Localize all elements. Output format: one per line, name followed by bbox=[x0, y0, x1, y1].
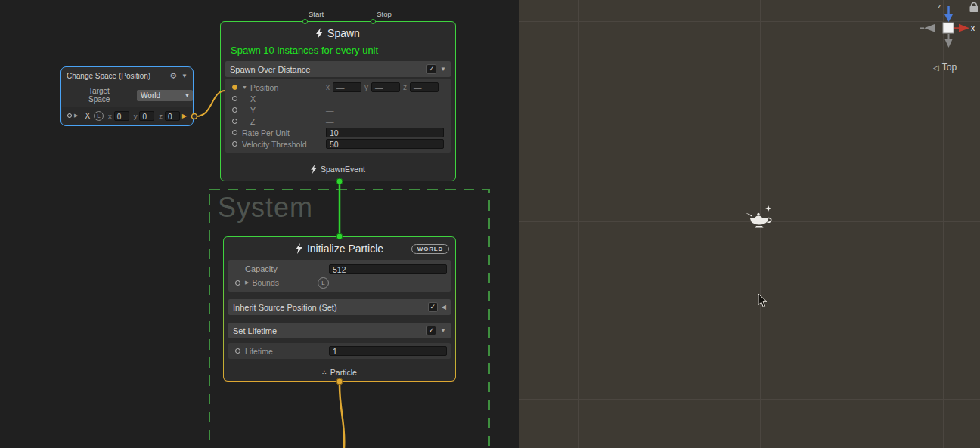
gizmo-view-label[interactable]: ◁ Top bbox=[933, 62, 957, 73]
y-row: Y — bbox=[225, 104, 451, 116]
lifetime-row: Lifetime 1 bbox=[228, 345, 451, 357]
y-value-field[interactable]: 0 bbox=[139, 111, 154, 121]
spawn-node-title: Spawn bbox=[327, 27, 360, 39]
grid-line bbox=[578, 0, 579, 448]
block-enabled-checkbox[interactable]: ✓ bbox=[426, 64, 436, 74]
x-row: X — bbox=[225, 93, 451, 104]
spawn-node-header: Spawn bbox=[221, 22, 455, 45]
x-value-field[interactable]: 0 bbox=[114, 111, 129, 121]
gizmo-negx-cone[interactable] bbox=[924, 24, 935, 32]
x-value: — bbox=[326, 94, 334, 104]
local-space-icon[interactable]: L bbox=[94, 111, 104, 121]
axis-z-label: z bbox=[403, 83, 407, 91]
foldout-collapsed-icon[interactable]: ▶ bbox=[74, 113, 78, 119]
z-input-port[interactable] bbox=[232, 119, 237, 124]
vfx-graph-window: System Start Stop Spawn Spawn 10 instanc… bbox=[0, 0, 980, 448]
flow-input-start-label: Start bbox=[309, 10, 324, 18]
block-enabled-checkbox[interactable]: ✓ bbox=[426, 326, 436, 335]
particle-output-label: Particle bbox=[330, 368, 357, 377]
gizmo-x-cone[interactable] bbox=[959, 24, 969, 32]
scene-view[interactable]: z x ◁ Top bbox=[519, 0, 980, 448]
block-label: Inherit Source Position (Set) bbox=[233, 303, 337, 312]
change-space-node[interactable]: Change Space (Position) ⚙ ▼ Target Space… bbox=[60, 66, 194, 126]
x-input-port[interactable] bbox=[67, 113, 72, 118]
rate-per-unit-label: Rate Per Unit bbox=[242, 128, 290, 137]
lightning-icon bbox=[296, 243, 302, 254]
lightning-icon bbox=[316, 28, 323, 39]
y-input-port[interactable] bbox=[232, 107, 237, 113]
lifetime-field[interactable]: 1 bbox=[329, 346, 447, 356]
gear-icon[interactable]: ⚙ bbox=[169, 71, 177, 81]
init-settings: Capacity 512 ▶ Bounds L bbox=[228, 260, 451, 292]
axis-x-label: x bbox=[326, 83, 330, 91]
target-space-value: World bbox=[141, 91, 160, 100]
output-arrow-icon: ▶ bbox=[182, 113, 187, 119]
capacity-field[interactable]: 512 bbox=[329, 264, 447, 274]
lifetime-label: Lifetime bbox=[245, 347, 273, 356]
particle-output[interactable]: ∴ Particle bbox=[224, 368, 455, 377]
edge-particle[interactable] bbox=[340, 385, 344, 448]
block-spawn-over-distance[interactable]: Spawn Over Distance ✓ ▼ bbox=[225, 61, 451, 77]
chevron-left-icon[interactable]: ◀ bbox=[442, 304, 446, 311]
flow-input-stop-port[interactable] bbox=[371, 19, 376, 24]
spawn-context-node[interactable]: Start Stop Spawn Spawn 10 instances for … bbox=[220, 21, 456, 181]
foldout-open-icon[interactable]: ▼ bbox=[242, 85, 247, 90]
block-inherit-source-position[interactable]: Inherit Source Position (Set) ✓ ◀ bbox=[228, 299, 451, 315]
x-input-port[interactable] bbox=[232, 96, 237, 101]
block-enabled-checkbox[interactable]: ✓ bbox=[428, 302, 438, 312]
target-space-label: Target Space bbox=[88, 87, 132, 104]
y-value: — bbox=[326, 106, 334, 115]
capacity-row: Capacity 512 bbox=[228, 262, 451, 276]
gizmo-cube[interactable] bbox=[943, 23, 954, 33]
chevron-down-icon[interactable]: ▼ bbox=[181, 73, 188, 79]
velocity-threshold-input-port[interactable] bbox=[232, 141, 237, 147]
lightning-icon bbox=[311, 165, 317, 174]
block-label: Set Lifetime bbox=[233, 326, 277, 335]
mouse-cursor bbox=[758, 293, 768, 308]
z-row: Z — bbox=[225, 116, 451, 127]
triangle-left-icon: ◁ bbox=[933, 63, 939, 72]
initialize-particle-node[interactable]: Initialize Particle WORLD Capacity 512 ▶… bbox=[223, 236, 456, 382]
local-space-icon[interactable]: L bbox=[318, 277, 329, 289]
z-value-field[interactable]: 0 bbox=[165, 111, 180, 121]
block-set-lifetime[interactable]: Set Lifetime ✓ ▼ bbox=[228, 323, 451, 338]
grid-line bbox=[519, 21, 980, 22]
bounds-label: Bounds bbox=[252, 278, 279, 287]
rate-per-unit-input-port[interactable] bbox=[232, 130, 237, 135]
spawn-block-properties: ▼ Position x — y — z — X — bbox=[225, 79, 451, 153]
position-z-field[interactable]: — bbox=[410, 82, 439, 92]
capacity-label: Capacity bbox=[245, 264, 278, 273]
rate-per-unit-row: Rate Per Unit 10 bbox=[225, 127, 451, 138]
world-space-badge[interactable]: WORLD bbox=[411, 244, 449, 254]
axis-y-label: y bbox=[134, 112, 138, 120]
port-x-label: X bbox=[85, 112, 90, 120]
target-space-dropdown[interactable]: World ▼ bbox=[137, 90, 193, 101]
position-x-field[interactable]: — bbox=[333, 82, 361, 92]
lifetime-input-port[interactable] bbox=[235, 348, 240, 354]
set-lifetime-properties: Lifetime 1 bbox=[228, 343, 451, 359]
foldout-collapsed-icon[interactable]: ▶ bbox=[245, 280, 249, 286]
scene-orientation-gizmo[interactable]: z x bbox=[920, 0, 980, 54]
position-input-port[interactable] bbox=[232, 85, 237, 90]
rate-per-unit-field[interactable]: 10 bbox=[326, 128, 444, 137]
gizmo-z-cone[interactable] bbox=[944, 14, 953, 22]
position-y-field[interactable]: — bbox=[371, 82, 400, 92]
gizmo-negz-cone[interactable] bbox=[944, 39, 953, 48]
init-node-title: Initialize Particle bbox=[307, 243, 383, 255]
vfx-gizmo-icon[interactable] bbox=[746, 205, 776, 233]
flow-input-start-port[interactable] bbox=[302, 19, 308, 24]
axis-x-label: x bbox=[108, 112, 112, 120]
change-space-header[interactable]: Change Space (Position) ⚙ ▼ bbox=[61, 67, 193, 85]
y-label: Y bbox=[250, 106, 256, 115]
chevron-down-icon[interactable]: ▼ bbox=[440, 66, 446, 73]
graph-canvas[interactable]: System Start Stop Spawn Spawn 10 instanc… bbox=[0, 0, 519, 448]
chevron-down-icon[interactable]: ▼ bbox=[440, 327, 446, 334]
spawn-node-subtitle: Spawn 10 instances for every unit bbox=[231, 45, 455, 56]
spawn-event-output[interactable]: SpawnEvent bbox=[221, 165, 455, 174]
velocity-threshold-label: Velocity Threshold bbox=[242, 140, 307, 149]
change-space-title: Change Space (Position) bbox=[67, 72, 150, 80]
z-label: Z bbox=[250, 117, 255, 126]
lock-icon[interactable] bbox=[970, 3, 978, 13]
velocity-threshold-field[interactable]: 50 bbox=[326, 139, 444, 149]
bounds-input-port[interactable] bbox=[235, 280, 240, 286]
